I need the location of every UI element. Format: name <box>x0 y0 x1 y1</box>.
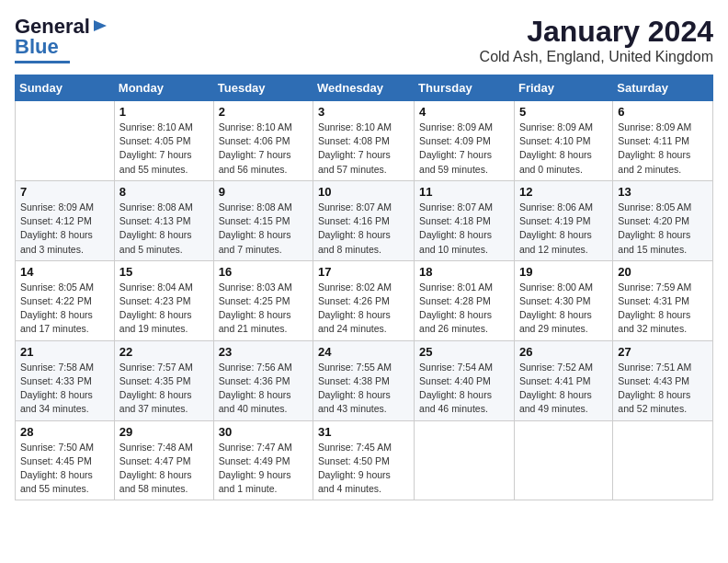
logo-text-blue: Blue <box>15 35 59 59</box>
day-number: 22 <box>119 345 209 359</box>
day-info: Sunrise: 7:55 AMSunset: 4:38 PMDaylight:… <box>318 361 409 417</box>
day-number: 7 <box>20 185 109 199</box>
table-row: 17Sunrise: 8:02 AMSunset: 4:26 PMDayligh… <box>313 260 415 340</box>
day-info: Sunrise: 8:01 AMSunset: 4:28 PMDaylight:… <box>419 281 509 337</box>
header-tuesday: Tuesday <box>213 75 313 101</box>
calendar-week-row: 21Sunrise: 7:58 AMSunset: 4:33 PMDayligh… <box>16 340 713 420</box>
table-row: 31Sunrise: 7:45 AMSunset: 4:50 PMDayligh… <box>313 420 415 500</box>
table-row: 8Sunrise: 8:08 AMSunset: 4:13 PMDaylight… <box>114 180 213 260</box>
day-number: 29 <box>119 425 209 439</box>
table-row: 9Sunrise: 8:08 AMSunset: 4:15 PMDaylight… <box>213 180 313 260</box>
day-info: Sunrise: 8:00 AMSunset: 4:30 PMDaylight:… <box>519 281 608 337</box>
table-row: 15Sunrise: 8:04 AMSunset: 4:23 PMDayligh… <box>114 260 213 340</box>
day-number: 15 <box>119 265 209 279</box>
day-info: Sunrise: 7:47 AMSunset: 4:49 PMDaylight:… <box>219 441 308 497</box>
header-sunday: Sunday <box>16 75 115 101</box>
logo: General Blue <box>15 15 108 63</box>
calendar-week-row: 28Sunrise: 7:50 AMSunset: 4:45 PMDayligh… <box>16 420 713 500</box>
day-number: 19 <box>519 265 608 279</box>
table-row: 16Sunrise: 8:03 AMSunset: 4:25 PMDayligh… <box>213 260 313 340</box>
day-number: 20 <box>618 265 708 279</box>
day-number: 6 <box>618 105 708 119</box>
table-row: 6Sunrise: 8:09 AMSunset: 4:11 PMDaylight… <box>613 101 713 181</box>
day-number: 23 <box>219 345 308 359</box>
table-row: 26Sunrise: 7:52 AMSunset: 4:41 PMDayligh… <box>514 340 612 420</box>
calendar-week-row: 1Sunrise: 8:10 AMSunset: 4:05 PMDaylight… <box>16 101 713 181</box>
day-info: Sunrise: 8:07 AMSunset: 4:18 PMDaylight:… <box>419 201 509 257</box>
day-info: Sunrise: 7:58 AMSunset: 4:33 PMDaylight:… <box>20 361 109 417</box>
calendar-table: Sunday Monday Tuesday Wednesday Thursday… <box>15 75 713 500</box>
day-info: Sunrise: 8:03 AMSunset: 4:25 PMDaylight:… <box>219 281 308 337</box>
title-section: January 2024 Cold Ash, England, United K… <box>480 15 713 65</box>
day-info: Sunrise: 8:10 AMSunset: 4:05 PMDaylight:… <box>119 121 209 177</box>
table-row: 22Sunrise: 7:57 AMSunset: 4:35 PMDayligh… <box>114 340 213 420</box>
day-info: Sunrise: 8:09 AMSunset: 4:11 PMDaylight:… <box>618 121 708 177</box>
calendar-week-row: 7Sunrise: 8:09 AMSunset: 4:12 PMDaylight… <box>16 180 713 260</box>
day-number: 21 <box>20 345 109 359</box>
table-row: 21Sunrise: 7:58 AMSunset: 4:33 PMDayligh… <box>16 340 115 420</box>
table-row: 7Sunrise: 8:09 AMSunset: 4:12 PMDaylight… <box>16 180 115 260</box>
day-info: Sunrise: 7:54 AMSunset: 4:40 PMDaylight:… <box>419 361 509 417</box>
table-row: 2Sunrise: 8:10 AMSunset: 4:06 PMDaylight… <box>213 101 313 181</box>
header-wednesday: Wednesday <box>313 75 415 101</box>
day-info: Sunrise: 8:09 AMSunset: 4:09 PMDaylight:… <box>419 121 509 177</box>
day-info: Sunrise: 7:52 AMSunset: 4:41 PMDaylight:… <box>519 361 608 417</box>
day-info: Sunrise: 8:04 AMSunset: 4:23 PMDaylight:… <box>119 281 209 337</box>
day-number: 11 <box>419 185 509 199</box>
day-info: Sunrise: 7:51 AMSunset: 4:43 PMDaylight:… <box>618 361 708 417</box>
header-monday: Monday <box>114 75 213 101</box>
header-friday: Friday <box>514 75 612 101</box>
header-thursday: Thursday <box>415 75 515 101</box>
day-info: Sunrise: 8:07 AMSunset: 4:16 PMDaylight:… <box>318 201 409 257</box>
day-number: 18 <box>419 265 509 279</box>
day-number: 17 <box>318 265 409 279</box>
table-row: 4Sunrise: 8:09 AMSunset: 4:09 PMDaylight… <box>415 101 515 181</box>
table-row: 11Sunrise: 8:07 AMSunset: 4:18 PMDayligh… <box>415 180 515 260</box>
main-title: January 2024 <box>480 15 713 49</box>
table-row: 20Sunrise: 7:59 AMSunset: 4:31 PMDayligh… <box>613 260 713 340</box>
svg-marker-0 <box>94 20 107 31</box>
day-info: Sunrise: 8:10 AMSunset: 4:06 PMDaylight:… <box>219 121 308 177</box>
day-info: Sunrise: 7:50 AMSunset: 4:45 PMDaylight:… <box>20 441 109 497</box>
day-number: 9 <box>219 185 308 199</box>
table-row: 18Sunrise: 8:01 AMSunset: 4:28 PMDayligh… <box>415 260 515 340</box>
table-row: 13Sunrise: 8:05 AMSunset: 4:20 PMDayligh… <box>613 180 713 260</box>
day-info: Sunrise: 8:08 AMSunset: 4:13 PMDaylight:… <box>119 201 209 257</box>
day-number: 1 <box>119 105 209 119</box>
day-number: 14 <box>20 265 109 279</box>
day-number: 31 <box>318 425 409 439</box>
table-row: 1Sunrise: 8:10 AMSunset: 4:05 PMDaylight… <box>114 101 213 181</box>
table-row: 5Sunrise: 8:09 AMSunset: 4:10 PMDaylight… <box>514 101 612 181</box>
header-saturday: Saturday <box>613 75 713 101</box>
table-row: 3Sunrise: 8:10 AMSunset: 4:08 PMDaylight… <box>313 101 415 181</box>
table-row <box>613 420 713 500</box>
day-info: Sunrise: 8:10 AMSunset: 4:08 PMDaylight:… <box>318 121 409 177</box>
calendar-week-row: 14Sunrise: 8:05 AMSunset: 4:22 PMDayligh… <box>16 260 713 340</box>
day-info: Sunrise: 7:45 AMSunset: 4:50 PMDaylight:… <box>318 441 409 497</box>
table-row <box>415 420 515 500</box>
day-info: Sunrise: 8:05 AMSunset: 4:22 PMDaylight:… <box>20 281 109 337</box>
day-number: 2 <box>219 105 308 119</box>
day-number: 5 <box>519 105 608 119</box>
day-info: Sunrise: 8:02 AMSunset: 4:26 PMDaylight:… <box>318 281 409 337</box>
table-row: 12Sunrise: 8:06 AMSunset: 4:19 PMDayligh… <box>514 180 612 260</box>
table-row: 19Sunrise: 8:00 AMSunset: 4:30 PMDayligh… <box>514 260 612 340</box>
table-row: 30Sunrise: 7:47 AMSunset: 4:49 PMDayligh… <box>213 420 313 500</box>
table-row: 29Sunrise: 7:48 AMSunset: 4:47 PMDayligh… <box>114 420 213 500</box>
page-header: General Blue January 2024 Cold Ash, Engl… <box>15 15 713 65</box>
day-number: 25 <box>419 345 509 359</box>
day-info: Sunrise: 8:09 AMSunset: 4:10 PMDaylight:… <box>519 121 608 177</box>
day-info: Sunrise: 8:08 AMSunset: 4:15 PMDaylight:… <box>219 201 308 257</box>
table-row: 10Sunrise: 8:07 AMSunset: 4:16 PMDayligh… <box>313 180 415 260</box>
day-info: Sunrise: 7:59 AMSunset: 4:31 PMDaylight:… <box>618 281 708 337</box>
day-number: 26 <box>519 345 608 359</box>
day-info: Sunrise: 8:05 AMSunset: 4:20 PMDaylight:… <box>618 201 708 257</box>
day-number: 10 <box>318 185 409 199</box>
day-number: 8 <box>119 185 209 199</box>
logo-arrow-icon <box>92 17 108 34</box>
day-number: 12 <box>519 185 608 199</box>
subtitle: Cold Ash, England, United Kingdom <box>480 49 713 65</box>
day-number: 13 <box>618 185 708 199</box>
day-number: 28 <box>20 425 109 439</box>
day-number: 3 <box>318 105 409 119</box>
